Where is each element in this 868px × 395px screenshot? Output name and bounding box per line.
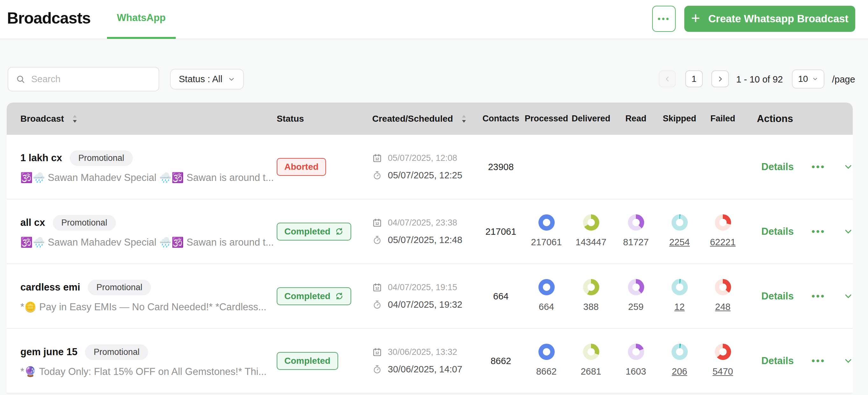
search-input[interactable] [31, 74, 151, 84]
pagination-next-button[interactable] [711, 70, 729, 87]
delivered-donut [583, 343, 599, 360]
table-row: cardless emi Promotional *🪙 Pay in Easy … [7, 264, 853, 329]
details-link[interactable]: Details [761, 161, 794, 173]
column-header-actions: Actions [757, 102, 793, 135]
contacts-count: 23908 [474, 161, 528, 172]
row-more-icon[interactable]: ••• [812, 291, 826, 302]
table-header: Broadcast Status Created/Scheduled Conta… [7, 102, 853, 135]
processed-donut [538, 214, 555, 230]
create-broadcast-label: Create Whatsapp Broadcast [708, 13, 848, 25]
status-label: Completed [284, 356, 331, 366]
calendar-icon: 12 [372, 282, 382, 293]
svg-text:12: 12 [375, 157, 379, 160]
calendar-icon: 12 [372, 347, 382, 357]
status-badge: Completed [277, 223, 351, 241]
column-header-created[interactable]: Created/Scheduled [372, 102, 467, 135]
skipped-donut [672, 343, 688, 360]
scheduled-date: 05/07/2025, 12:48 [388, 235, 462, 245]
column-header-status: Status [277, 102, 304, 135]
processed-donut [538, 343, 555, 360]
status-cell: Completed [277, 223, 351, 241]
actions-cell: Details ••• [761, 355, 854, 367]
broadcasts-table: Broadcast Status Created/Scheduled Conta… [7, 102, 853, 393]
column-header-broadcast[interactable]: Broadcast [20, 102, 78, 135]
skipped-donut [672, 279, 688, 295]
table-row: gem june 15 Promotional *🔮 Today Only: F… [7, 329, 853, 393]
actions-cell: Details ••• [761, 226, 854, 237]
pagination-range: 1 - 10 of 92 [736, 74, 783, 85]
broadcast-description: 🕉️🌧️ Sawan Mahadev Special 🌧️🕉️ Sawan is… [20, 236, 274, 248]
pagination-prev-button[interactable] [659, 70, 676, 87]
row-expand-chevron-icon[interactable] [843, 226, 854, 237]
stat-failed: 248 [696, 279, 750, 312]
read-donut [628, 343, 644, 360]
actions-cell: Details ••• [761, 161, 854, 173]
broadcast-name: all cx [20, 217, 45, 229]
details-link[interactable]: Details [761, 355, 794, 367]
row-expand-chevron-icon[interactable] [843, 291, 854, 301]
refresh-icon[interactable] [335, 292, 344, 300]
broadcast-tag-badge: Promotional [53, 215, 116, 231]
status-label: Completed [284, 226, 331, 237]
broadcast-tag-badge: Promotional [85, 344, 148, 360]
stat-failed: 5470 [696, 343, 750, 376]
failed-donut [715, 343, 731, 360]
svg-text:12: 12 [375, 351, 379, 355]
created-date: 05/07/2025, 12:08 [388, 153, 457, 163]
plus-icon: + [691, 10, 700, 26]
page-size-dropdown[interactable]: 10 [792, 69, 825, 89]
row-more-icon[interactable]: ••• [812, 356, 826, 366]
failed-count-link[interactable]: 62221 [696, 237, 750, 247]
status-cell: Completed [277, 287, 351, 305]
pagination-page-1[interactable]: 1 [685, 70, 703, 87]
search-icon [16, 74, 26, 84]
status-filter-label: Status : All [179, 74, 222, 84]
row-more-icon[interactable]: ••• [812, 161, 826, 172]
table-row: 1 lakh cx Promotional 🕉️🌧️ Sawan Mahadev… [7, 135, 853, 200]
created-scheduled-cell: 12 04/07/2025, 23:38 05/07/2025, 12:48 [372, 218, 462, 245]
top-bar: Broadcasts WhatsApp ••• + Create Whatsap… [0, 0, 868, 39]
created-scheduled-cell: 12 30/06/2025, 13:32 30/06/2025, 14:07 [372, 347, 462, 375]
calendar-icon: 12 [372, 153, 382, 163]
tab-whatsapp[interactable]: WhatsApp [117, 12, 165, 24]
status-badge: Completed [277, 352, 338, 370]
failed-donut [715, 279, 731, 295]
broadcast-tag-badge: Promotional [70, 150, 133, 166]
row-expand-chevron-icon[interactable] [843, 356, 854, 366]
broadcasts-page: Broadcasts WhatsApp ••• + Create Whatsap… [0, 0, 868, 395]
page-size-value: 10 [798, 74, 808, 84]
processed-donut [538, 279, 555, 295]
status-badge: Completed [277, 287, 351, 305]
failed-donut [715, 214, 731, 230]
search-box[interactable] [8, 67, 159, 91]
failed-count-link[interactable]: 5470 [696, 366, 750, 376]
refresh-icon[interactable] [335, 227, 344, 236]
more-options-button[interactable]: ••• [652, 6, 676, 32]
broadcast-cell: cardless emi Promotional *🪙 Pay in Easy … [20, 264, 267, 328]
svg-text:12: 12 [375, 286, 379, 290]
created-scheduled-cell: 12 05/07/2025, 12:08 05/07/2025, 12:25 [372, 153, 462, 181]
broadcast-cell: gem june 15 Promotional *🔮 Today Only: F… [20, 329, 267, 393]
chevron-down-icon [812, 76, 818, 82]
broadcast-description: 🕉️🌧️ Sawan Mahadev Special 🌧️🕉️ Sawan is… [20, 172, 274, 183]
timer-icon [372, 364, 382, 374]
row-more-icon[interactable]: ••• [812, 226, 826, 237]
delivered-donut [583, 279, 599, 295]
row-expand-chevron-icon[interactable] [843, 162, 854, 172]
timer-icon [372, 171, 382, 180]
details-link[interactable]: Details [761, 291, 794, 302]
read-donut [628, 214, 644, 230]
sort-icon[interactable] [72, 114, 78, 124]
status-label: Completed [284, 291, 331, 301]
broadcast-name: cardless emi [20, 282, 80, 293]
status-cell: Aborted [277, 158, 326, 176]
details-link[interactable]: Details [761, 226, 794, 237]
failed-count-link[interactable]: 248 [696, 301, 750, 312]
create-broadcast-button[interactable]: + Create Whatsapp Broadcast [684, 6, 855, 32]
sort-icon[interactable] [461, 114, 467, 124]
status-filter-dropdown[interactable]: Status : All [170, 69, 244, 90]
svg-text:12: 12 [375, 222, 379, 225]
per-page-suffix: /page [832, 74, 855, 85]
timer-icon [372, 300, 382, 310]
created-date: 04/07/2025, 19:15 [388, 282, 457, 293]
